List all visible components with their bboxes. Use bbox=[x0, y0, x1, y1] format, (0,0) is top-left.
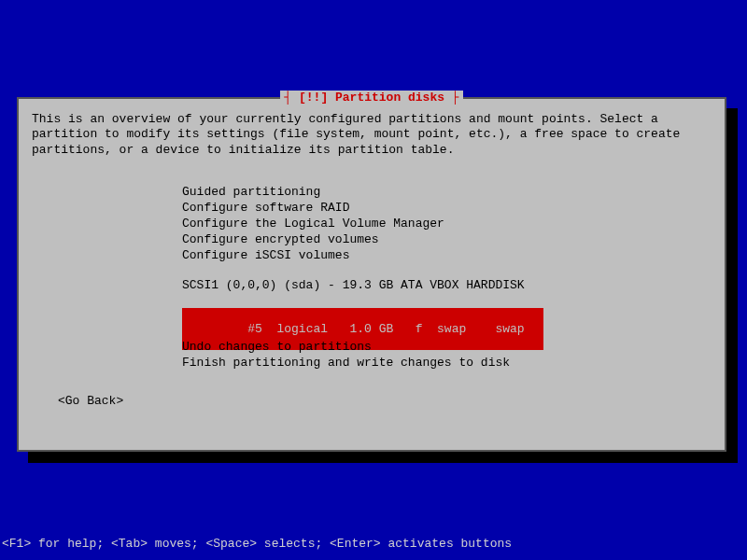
main-menu: Guided partitioning Configure software R… bbox=[182, 185, 444, 263]
partition-2-text: #5 logical 1.0 GB f swap swap bbox=[211, 322, 524, 336]
menu-configure-encrypted[interactable]: Configure encrypted volumes bbox=[182, 232, 444, 248]
menu-configure-lvm[interactable]: Configure the Logical Volume Manager bbox=[182, 217, 444, 232]
menu-configure-raid[interactable]: Configure software RAID bbox=[182, 201, 444, 217]
partition-disks-dialog: ┤ [!!] Partition disks ├ This is an over… bbox=[17, 97, 726, 452]
menu-undo-changes[interactable]: Undo changes to partitions bbox=[182, 340, 510, 356]
disk-header[interactable]: SCSI1 (0,0,0) (sda) - 19.3 GB ATA VBOX H… bbox=[182, 278, 525, 292]
menu-finish-partitioning[interactable]: Finish partitioning and write changes to… bbox=[182, 356, 510, 371]
dialog-description: This is an overview of your currently co… bbox=[32, 112, 712, 158]
go-back-button[interactable]: <Go Back> bbox=[58, 394, 123, 408]
menu-guided-partitioning[interactable]: Guided partitioning bbox=[182, 185, 444, 201]
help-bar: <F1> for help; <Tab> moves; <Space> sele… bbox=[0, 537, 512, 551]
bottom-menu: Undo changes to partitions Finish partit… bbox=[182, 340, 510, 371]
menu-configure-iscsi[interactable]: Configure iSCSI volumes bbox=[182, 248, 444, 264]
dialog-title: ┤ [!!] Partition disks ├ bbox=[280, 91, 462, 105]
